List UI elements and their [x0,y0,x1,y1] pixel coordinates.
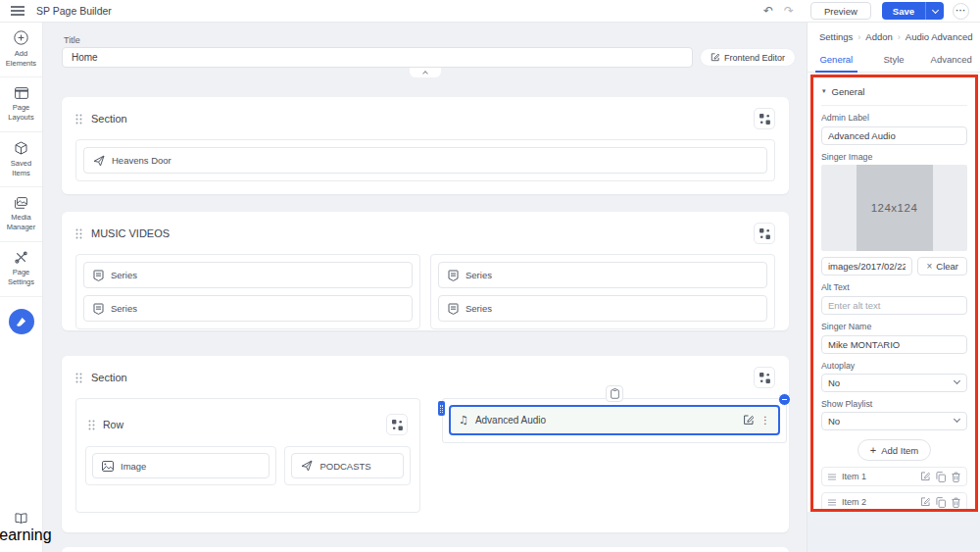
series-icon [448,270,459,281]
image-path-input[interactable] [821,257,912,276]
addon-series[interactable]: Series [438,295,767,322]
page-settings-tools-icon [15,251,27,264]
item-edit-icon[interactable] [920,497,930,507]
section-options-button[interactable] [754,223,775,244]
learning-book-icon [15,513,27,524]
sidebar-item-label: Learning [0,527,52,544]
item-label: Item 2 [842,497,866,507]
addon-label: Series [111,303,137,314]
sidebar-item-add-elements[interactable]: Add Elements [0,23,42,77]
left-sidebar: Add Elements Page Layouts Saved Items Me… [0,23,43,552]
edit-icon [710,53,719,62]
column-drag-handle[interactable] [438,401,445,416]
clear-image-button[interactable]: × Clear [917,257,967,276]
addon-image[interactable]: Image [92,453,270,478]
options-grid-icon [392,420,403,430]
edit-addon-icon[interactable] [743,415,754,426]
options-grid-icon [760,114,770,125]
autoplay-select[interactable]: No [821,374,967,392]
drag-handle-icon[interactable] [75,228,82,239]
addon-heavens-door[interactable]: Heavens Door [83,147,767,174]
series-icon [93,270,104,281]
accordion-title: General [832,86,865,97]
magic-brush-button[interactable] [9,309,34,334]
panel-tabs: General Style Advanced [808,49,980,73]
preview-button[interactable]: Preview [810,2,871,20]
image-placeholder: 124x124 [857,165,933,251]
section-card-2: MUSIC VIDEOS Series [62,212,789,330]
addon-series[interactable]: Series [83,262,413,288]
item-label: Item 1 [842,472,866,481]
collapse-title-bar-button[interactable] [410,68,441,77]
admin-label-input[interactable] [821,126,967,145]
series-icon [448,303,459,315]
singer-name-label: Singer Name [821,322,967,331]
row-options-button[interactable] [386,414,408,435]
sidebar-item-media-manager[interactable]: Media Manager [0,187,42,242]
singer-name-input[interactable] [821,335,967,354]
save-button[interactable]: Save [882,2,925,20]
item-delete-icon[interactable] [952,497,960,508]
addon-label: PODCASTS [319,461,370,472]
assistant-wrap [0,297,42,346]
image-path-row: × Clear [821,257,967,276]
clipboard-handle[interactable] [606,385,623,402]
hamburger-menu-icon[interactable] [11,6,24,16]
item-delete-icon[interactable] [952,472,960,482]
playlist-item-row[interactable]: Item 2 [821,492,967,512]
drag-handle-icon[interactable] [75,114,82,125]
add-item-button[interactable]: + Add Item [858,439,931,461]
page-title-label: Title [64,35,80,45]
save-button-group: Save [882,2,944,20]
sp-page-builder-app: SP Page Builder ↶ ↷ Preview Save ··· Add… [0,0,980,552]
chevron-right-icon: › [858,32,860,42]
more-options-button[interactable]: ··· [953,3,969,20]
breadcrumb-settings[interactable]: Settings [819,31,853,42]
drag-handle-icon[interactable] [88,420,95,430]
close-icon: × [926,262,932,272]
save-dropdown-button[interactable] [925,2,944,20]
breadcrumb-audio-advanced[interactable]: Audio Advanced [906,31,973,42]
singer-image-preview[interactable]: 124x124 [821,165,967,251]
tab-advanced[interactable]: Advanced [922,49,980,72]
addon-series[interactable]: Series [83,295,413,322]
section-options-button[interactable] [754,108,775,129]
breadcrumb-addon[interactable]: Addon [865,31,892,42]
addon-series[interactable]: Series [438,262,767,288]
addon-podcasts[interactable]: PODCASTS [291,453,404,478]
add-item-label: Add Item [881,445,918,456]
addon-more-options-icon[interactable]: ⋮ [760,416,770,426]
show-playlist-select[interactable]: No [821,412,967,430]
sidebar-item-learning[interactable]: Learning [0,505,42,552]
page-title-input[interactable] [62,47,693,68]
general-accordion-header[interactable]: ▾ General [821,80,967,106]
frontend-editor-button[interactable]: Frontend Editor [700,48,796,67]
tab-style[interactable]: Style [865,49,923,72]
column-right: Series Series [430,254,775,329]
alt-text-input[interactable] [821,296,967,315]
item-drag-handle-icon[interactable] [828,474,836,480]
item-edit-icon[interactable] [920,472,930,481]
options-grid-icon [760,228,770,239]
sidebar-item-page-settings[interactable]: Page Settings [0,242,42,297]
sidebar-item-page-layouts[interactable]: Page Layouts [0,77,42,132]
section-options-button[interactable] [754,367,775,388]
item-duplicate-icon[interactable] [936,472,946,482]
drag-handle-icon[interactable] [75,373,82,383]
tab-general[interactable]: General [808,49,865,72]
playlist-item-row[interactable]: Item 1 [821,467,967,486]
plus-icon: + [870,445,876,456]
series-icon [93,303,104,315]
section-card-3: Section Row [62,356,789,532]
row-container: Heavens Door [75,139,775,181]
remove-column-button[interactable] [778,393,791,406]
show-playlist-value: No [821,412,967,430]
item-drag-handle-icon[interactable] [828,499,836,506]
undo-icon[interactable]: ↶ [763,5,773,17]
item-duplicate-icon[interactable] [936,497,946,508]
clear-label: Clear [936,261,958,272]
sidebar-item-saved-items[interactable]: Saved Items [0,132,42,187]
redo-icon[interactable]: ↷ [784,5,794,17]
row-title: Row [103,419,123,430]
addon-advanced-audio-selected[interactable]: ♫ Advanced Audio ⋮ [449,405,780,435]
